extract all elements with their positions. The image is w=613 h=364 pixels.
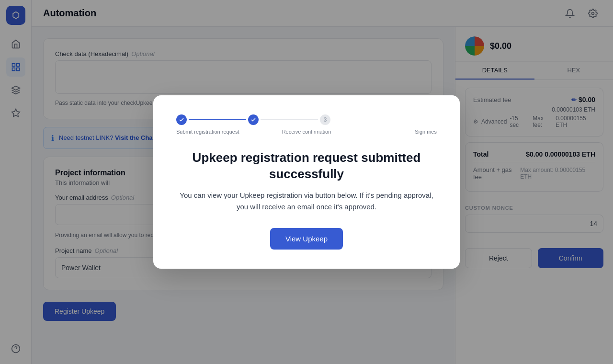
step-1-label: Submit registration request (176, 129, 263, 135)
view-upkeep-button[interactable]: View Upkeep (270, 228, 343, 250)
success-modal: 3 Submit registration request Receive co… (153, 95, 460, 269)
step-3-label: Sign mes (350, 129, 437, 135)
modal-title: Upkeep registration request submitted su… (176, 150, 437, 182)
modal-overlay: 3 Submit registration request Receive co… (0, 0, 613, 364)
step-3-circle: 3 (320, 114, 330, 125)
step-1-circle (176, 114, 187, 125)
step-2-circle (248, 114, 259, 125)
step-line-1 (189, 119, 246, 120)
step-line-2 (261, 119, 318, 120)
modal-body: You can view your Upkeep registration vi… (176, 190, 437, 213)
stepper-row: 3 (176, 114, 437, 125)
stepper-container: 3 Submit registration request Receive co… (176, 114, 437, 135)
step-2-label: Receive confirmation (263, 129, 350, 135)
